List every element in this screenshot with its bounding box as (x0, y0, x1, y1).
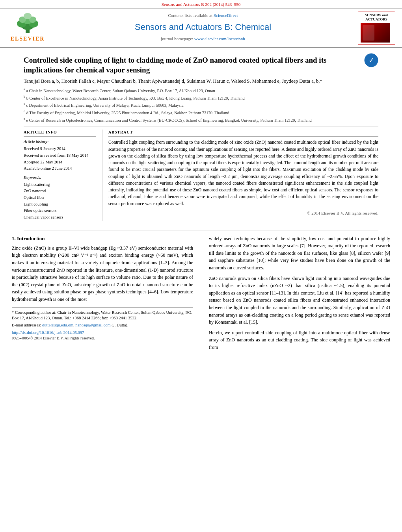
journal-citation: Sensors and Actuators B 202 (2014) 543–5… (0, 0, 402, 9)
affiliation-a: a a Chair in Nanotechnology, Water Resea… (24, 87, 378, 94)
contents-available-text: Contents lists available at ScienceDirec… (55, 13, 351, 19)
crossmark-icon: ✓ (364, 53, 378, 67)
keyword-4: Light coupling (24, 202, 96, 208)
sensors-logo-text-top: SENSORS and (361, 13, 393, 17)
elsevier-logo-area: ELSEVIER (4, 11, 51, 44)
affiliation-b: b b Center of Excellence in Nanotechnolo… (24, 95, 378, 101)
journal-header: ELSEVIER Contents lists available at Sci… (0, 9, 402, 48)
keyword-1: Light scattering (24, 182, 96, 188)
footnote-area: * Corresponding author at: Chair in Nano… (12, 307, 193, 341)
affiliation-c: c c Department of Electrical Engineering… (24, 102, 378, 108)
article-area: Controlled side coupling of light to cla… (0, 48, 402, 225)
affiliation-d: d d The Faculty of Engineering, Mahidol … (24, 109, 378, 116)
sensors-logo-image (361, 23, 390, 43)
article-info-heading: ARTICLE INFO (24, 130, 96, 137)
issn-line: 0925-4005/© 2014 Elsevier B.V. All right… (12, 336, 193, 341)
sensors-actuators-logo: SENSORS and ACTUATORS (358, 11, 395, 44)
sciencedirect-link[interactable]: ScienceDirect (214, 13, 238, 18)
intro-paragraph-3: ZnO nanorods grown on silica fibers have… (209, 275, 390, 326)
intro-section-title: 1. Introduction (12, 235, 193, 242)
email-footnote: E-mail addresses: dutta@squ.edu.om, nano… (12, 323, 193, 328)
homepage-link[interactable]: www.elsevier.com/locate/snb (194, 36, 245, 41)
keyword-3: Optical fiber (24, 195, 96, 201)
available-online-date: Available online 2 June 2014 (24, 166, 96, 172)
intro-paragraph-2: widely used techniques because of the si… (209, 235, 390, 272)
intro-paragraph-1: Zinc oxide (ZnO) is a group II–VI wide b… (12, 245, 193, 303)
copyright-line: © 2014 Elsevier B.V. All rights reserved… (108, 210, 378, 216)
keyword-2: ZnO nanorod (24, 188, 96, 194)
sensors-logo-text-bottom: ACTUATORS (361, 17, 393, 22)
abstract-text: Controlled light coupling from surroundi… (108, 139, 378, 207)
article-title: Controlled side coupling of light to cla… (24, 56, 360, 75)
doi-link[interactable]: http://dx.doi.org/10.1016/j.snb.2014.05.… (12, 330, 193, 336)
title-section: Controlled side coupling of light to cla… (24, 52, 378, 78)
article-info-abstract: ARTICLE INFO Article history: Received 9… (24, 126, 378, 221)
article-info-column: ARTICLE INFO Article history: Received 9… (24, 130, 102, 221)
svg-text:✓: ✓ (368, 56, 374, 64)
journal-title: Sensors and Actuators B: Chemical (55, 21, 351, 33)
sensors-logo-area: SENSORS and ACTUATORS (355, 11, 398, 44)
keyword-5: Fiber optics sensors (24, 208, 96, 214)
left-column: 1. Introduction Zinc oxide (ZnO) is a gr… (12, 235, 201, 354)
journal-title-area: Contents lists available at ScienceDirec… (51, 11, 355, 44)
elsevier-name: ELSEVIER (11, 35, 45, 43)
received-date: Received 9 January 2014 (24, 146, 96, 152)
affiliation-e: e e Center of Research in Optoelectronic… (24, 117, 378, 123)
corresponding-author-footnote: * Corresponding author at: Chair in Nano… (12, 310, 193, 321)
section-divider (24, 230, 378, 230)
authors-line: Tanujjal Bora a, b, Hoorieh Fallah c, Ma… (24, 78, 378, 85)
history-label: Article history: (24, 139, 96, 145)
intro-paragraph-4: Herein, we report controlled side coupli… (209, 329, 390, 351)
svg-point-7 (24, 13, 32, 19)
abstract-column: ABSTRACT Controlled light coupling from … (102, 130, 378, 221)
email-link-2[interactable]: nanosqu@gmail.com (75, 323, 110, 327)
right-column: widely used techniques because of the si… (201, 235, 390, 354)
received-revised-date: Received in revised form 18 May 2014 (24, 153, 96, 159)
email-link-1[interactable]: dutta@squ.edu.om (42, 323, 73, 327)
keywords-label: Keywords: (24, 175, 96, 181)
journal-homepage: journal homepage: www.elsevier.com/locat… (55, 36, 351, 42)
accepted-date: Accepted 22 May 2014 (24, 159, 96, 165)
main-content: 1. Introduction Zinc oxide (ZnO) is a gr… (0, 235, 402, 354)
keyword-6: Chemical vapor sensors (24, 215, 96, 221)
affiliations: a a Chair in Nanotechnology, Water Resea… (24, 87, 378, 123)
abstract-heading: ABSTRACT (108, 130, 378, 137)
elsevier-tree-icon (14, 13, 41, 34)
